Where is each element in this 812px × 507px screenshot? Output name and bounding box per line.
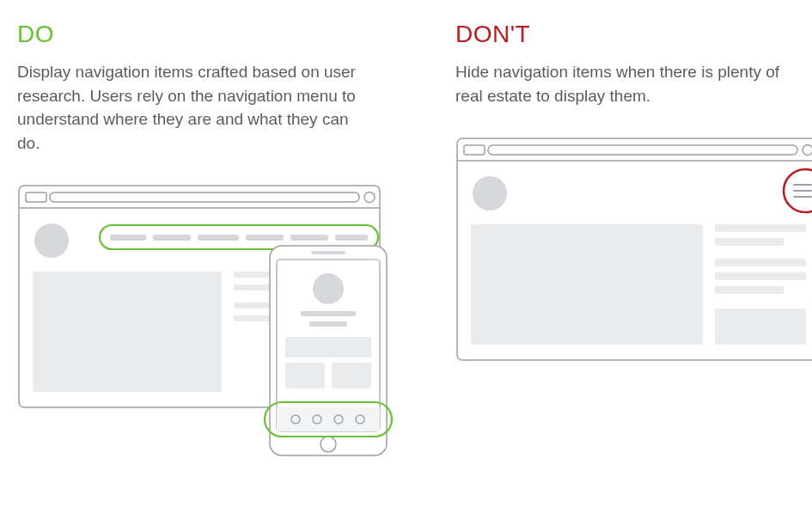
phone-wireframe [265, 246, 392, 455]
do-body-text: Display navigation items crafted based o… [17, 60, 369, 155]
svg-rect-9 [290, 235, 328, 241]
svg-rect-5 [110, 235, 146, 241]
dont-illustration [455, 137, 812, 377]
hamburger-icon [794, 185, 811, 197]
svg-rect-36 [471, 224, 703, 345]
svg-rect-1 [26, 192, 46, 202]
svg-point-31 [803, 145, 812, 156]
svg-rect-7 [198, 235, 239, 241]
svg-rect-2 [50, 192, 359, 202]
dont-heading: DON'T [455, 21, 812, 48]
avatar-placeholder [473, 176, 507, 211]
svg-rect-39 [715, 259, 806, 266]
svg-rect-42 [715, 308, 806, 345]
dont-column: DON'T Hide navigation items when there i… [455, 21, 812, 486]
svg-rect-30 [488, 145, 797, 155]
svg-rect-21 [285, 337, 371, 357]
svg-rect-23 [332, 363, 371, 388]
do-illustration [17, 184, 395, 459]
svg-point-3 [364, 192, 375, 203]
svg-rect-10 [335, 235, 368, 241]
do-heading: DO [17, 21, 395, 48]
svg-rect-38 [715, 238, 784, 246]
svg-rect-6 [153, 235, 191, 241]
svg-rect-8 [246, 235, 284, 241]
svg-rect-18 [311, 251, 345, 254]
svg-rect-11 [33, 272, 222, 392]
svg-rect-22 [285, 363, 325, 388]
nav-items [110, 235, 368, 241]
phone-avatar [313, 273, 344, 304]
avatar-placeholder [34, 223, 69, 258]
svg-rect-29 [464, 145, 485, 155]
content-blocks [471, 224, 806, 345]
svg-rect-41 [715, 286, 784, 294]
svg-rect-20 [309, 321, 347, 327]
svg-rect-37 [715, 224, 806, 232]
svg-rect-40 [715, 272, 806, 280]
dont-body-text: Hide navigation items when there is plen… [455, 60, 808, 107]
do-column: DO Display navigation items crafted base… [17, 21, 395, 486]
content-blocks [33, 272, 301, 392]
svg-rect-19 [301, 311, 356, 316]
